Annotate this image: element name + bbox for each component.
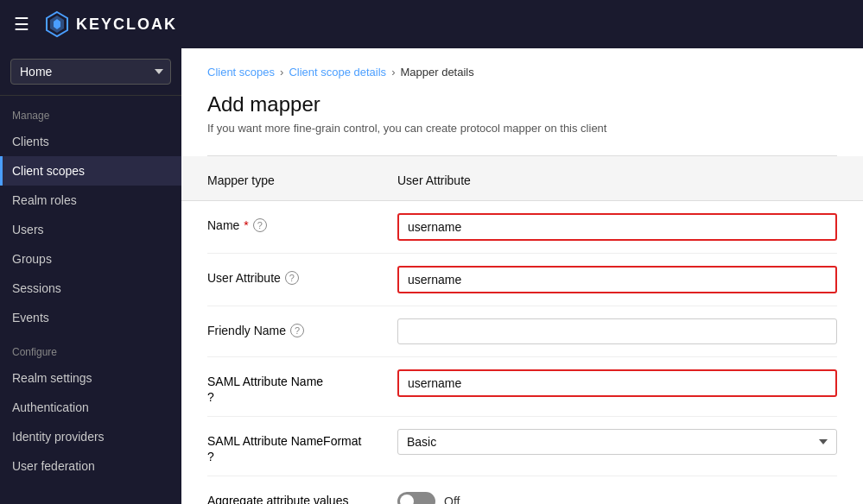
name-input[interactable] <box>397 213 837 241</box>
breadcrumb-client-scope-details[interactable]: Client scope details <box>289 66 386 79</box>
saml-attribute-nameformat-label-col: SAML Attribute NameFormat ? <box>207 434 397 463</box>
aggregate-toggle-container: Off <box>397 488 837 504</box>
user-attribute-help-icon[interactable]: ? <box>285 271 299 285</box>
friendly-name-row: Friendly Name ? <box>207 306 837 357</box>
name-row: Name * ? <box>207 201 837 254</box>
mapper-type-row: Mapper type User Attribute <box>181 156 863 201</box>
saml-nameformat-help-icon[interactable]: ? <box>207 450 214 463</box>
breadcrumb-client-scopes[interactable]: Client scopes <box>207 66 275 79</box>
mapper-type-label: Mapper type <box>207 173 397 187</box>
friendly-name-label: Friendly Name ? <box>207 324 397 337</box>
sidebar-item-clients[interactable]: Clients <box>0 127 181 156</box>
logo-text: KEYCLOAK <box>76 16 177 34</box>
logo-icon <box>43 10 71 38</box>
sidebar-item-user-federation[interactable]: User federation <box>0 451 181 481</box>
breadcrumb-sep-1: › <box>280 66 283 79</box>
main-layout: Home Manage Clients Client scopes Realm … <box>0 48 863 504</box>
aggregate-toggle[interactable] <box>397 492 435 504</box>
configure-section-label: Configure <box>0 332 181 363</box>
friendly-name-input[interactable] <box>397 318 837 344</box>
navbar: ☰ KEYCLOAK <box>0 0 863 48</box>
sidebar-item-realm-roles[interactable]: Realm roles <box>0 186 181 215</box>
content-area: Client scopes › Client scope details › M… <box>181 48 863 504</box>
aggregate-toggle-label: Off <box>444 495 460 504</box>
friendly-name-help-icon[interactable]: ? <box>290 324 304 337</box>
sidebar-item-users[interactable]: Users <box>0 215 181 244</box>
page-subtitle: If you want more fine-grain control, you… <box>207 122 837 135</box>
user-attribute-label: User Attribute ? <box>207 271 397 285</box>
realm-select[interactable]: Home <box>10 59 171 85</box>
sidebar: Home Manage Clients Client scopes Realm … <box>0 48 181 504</box>
mapper-type-value: User Attribute <box>397 168 837 187</box>
saml-attribute-name-label-col: SAML Attribute Name ? <box>207 375 397 404</box>
name-label: Name * ? <box>207 218 397 232</box>
sidebar-item-authentication[interactable]: Authentication <box>0 393 181 422</box>
name-help-icon[interactable]: ? <box>253 218 267 232</box>
user-attribute-input[interactable] <box>397 266 837 293</box>
aggregate-label-col: Aggregate attribute values ? <box>207 494 397 504</box>
logo: KEYCLOAK <box>43 10 177 38</box>
breadcrumb-sep-2: › <box>391 66 395 79</box>
sidebar-item-identity-providers[interactable]: Identity providers <box>0 422 181 451</box>
saml-attribute-nameformat-select[interactable]: Basic URI Reference Unspecified <box>397 429 837 455</box>
saml-attribute-name-row: SAML Attribute Name ? <box>207 357 837 417</box>
saml-attribute-nameformat-row: SAML Attribute NameFormat ? Basic URI Re… <box>207 417 837 476</box>
hamburger-icon[interactable]: ☰ <box>14 14 29 35</box>
name-required: * <box>244 218 248 232</box>
breadcrumb: Client scopes › Client scope details › M… <box>207 66 837 79</box>
page-title: Add mapper <box>207 92 837 117</box>
toggle-thumb <box>400 495 414 504</box>
saml-attribute-name-input[interactable] <box>397 369 837 397</box>
breadcrumb-mapper-details: Mapper details <box>400 66 473 79</box>
sidebar-item-realm-settings[interactable]: Realm settings <box>0 363 181 393</box>
sidebar-item-groups[interactable]: Groups <box>0 244 181 274</box>
aggregate-row: Aggregate attribute values ? Off <box>207 476 837 504</box>
realm-selector[interactable]: Home <box>0 48 181 96</box>
sidebar-item-client-scopes[interactable]: Client scopes <box>0 156 181 186</box>
manage-section-label: Manage <box>0 96 181 127</box>
user-attribute-row: User Attribute ? <box>207 254 837 306</box>
saml-attribute-name-help-icon[interactable]: ? <box>207 390 214 404</box>
sidebar-item-events[interactable]: Events <box>0 303 181 332</box>
sidebar-item-sessions[interactable]: Sessions <box>0 274 181 303</box>
